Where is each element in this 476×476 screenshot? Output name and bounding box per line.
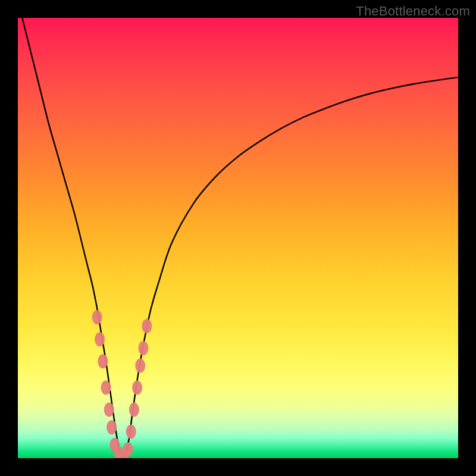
marker-bead — [92, 310, 102, 324]
marker-bead — [101, 381, 111, 395]
marker-bead — [107, 420, 117, 434]
watermark-text: TheBottleneck.com — [356, 4, 470, 19]
marker-bead — [142, 319, 152, 333]
marker-bead — [135, 359, 145, 373]
chart-svg — [18, 18, 458, 458]
marker-bead — [104, 403, 114, 417]
plot-area — [18, 18, 458, 458]
marker-bead — [138, 341, 148, 355]
marker-bead — [95, 332, 105, 346]
curve-path — [22, 18, 458, 458]
marker-bead — [98, 354, 108, 368]
marker-bead — [132, 381, 142, 395]
curve-layer — [22, 18, 458, 458]
marker-bead — [129, 403, 139, 417]
marker-bead — [123, 442, 133, 456]
chart-frame: TheBottleneck.com — [0, 0, 476, 476]
marker-bead — [126, 425, 136, 439]
